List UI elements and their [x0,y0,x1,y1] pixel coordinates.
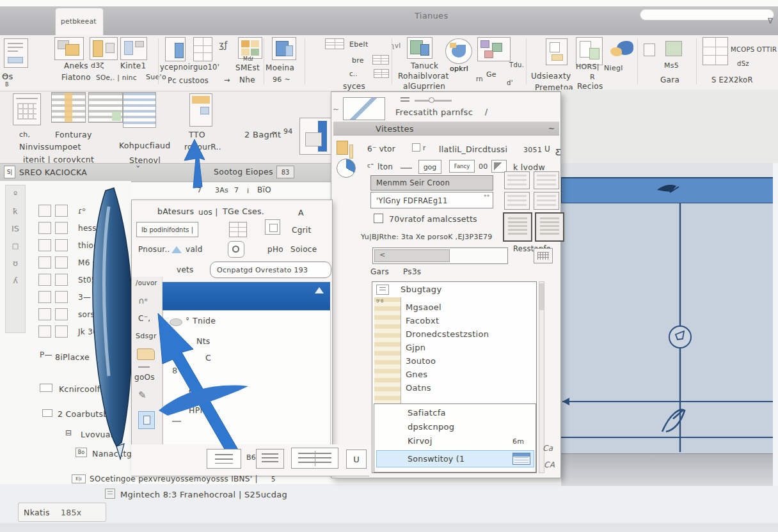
drawing-canvas[interactable] [561,163,778,486]
footer-button-2[interactable] [256,449,284,469]
palette-button-2[interactable] [55,205,68,217]
small-table-icon-3[interactable] [374,69,389,78]
ribbon-g11-l3[interactable]: HORS| [576,63,599,71]
ribbon-g1-label[interactable]: Ɵs [2,72,13,81]
ribbon-g5-l1[interactable]: SMEst [235,63,260,72]
strip-tool-icon[interactable]: ʊ [13,258,18,268]
status-tab[interactable]: Nkatis 185x [18,503,106,522]
orange-grid-icon[interactable] [238,37,262,59]
ribbon-g8-l2[interactable]: Rohaiblvorat [398,72,449,81]
ribbon-g8-l3[interactable]: alGuprrien [403,82,445,91]
ribbon-g7-l2[interactable]: bre [352,56,364,65]
palette-button-2[interactable] [55,274,68,286]
palette-button[interactable] [38,325,51,338]
strip-tool-icon[interactable]: ҟ [13,207,18,216]
mid-btn-podinifodnts[interactable]: Ib podinifodnts | [136,222,198,237]
refresh-icon[interactable] [445,38,472,64]
doc-page-icon[interactable] [165,37,186,61]
preview-table-big-1[interactable] [503,212,532,242]
dropdown-item[interactable]: Mgsaoel [404,302,532,316]
ribbon-g4-glyph[interactable]: ʒƒ [219,40,228,50]
dd2-item-3[interactable]: Kirvoj [408,436,433,446]
ribbon-g8-l1[interactable]: Tanuck [411,61,438,70]
blue-rows-icon[interactable] [123,92,156,128]
dlg-r2-fancy-button[interactable]: Fancy [449,160,475,173]
ribbon-g2-l3[interactable]: d3ζ [91,61,104,70]
ribbon-g5-l2[interactable]: Nhe [239,75,255,84]
ribbon-g2-l4[interactable]: SOe,. | ninc [96,74,137,81]
dlg-r2-label-1[interactable]: lton [377,162,393,171]
filter-icon[interactable]: ∇ [768,17,773,26]
palette-button-2[interactable] [55,239,68,251]
dlg-r1-label-1[interactable]: 6⁻ vtor [367,145,395,153]
dropdown-item[interactable]: 3outoo [404,356,532,370]
footer-button-u[interactable]: U [346,450,367,469]
palette-button[interactable] [38,308,51,320]
ribbon-g10-l4[interactable]: d' [507,79,513,86]
mid-copy-icon[interactable] [265,219,280,235]
ribbon-g7-l4[interactable]: syces [343,82,365,91]
ribbon-g13-l3[interactable]: S E2X2koR [711,75,753,84]
ribbon-g4-caret[interactable]: → [224,76,230,84]
quickbar-badge[interactable]: 83 [276,166,294,178]
ribbon-g11-l1[interactable]: Udsieaxty [531,72,571,81]
document-icon[interactable] [4,38,28,68]
blocks-icon[interactable] [90,37,118,60]
palette-button[interactable] [38,274,51,286]
dropdown-item[interactable]: Gjpn [404,343,532,356]
library-icon[interactable] [546,38,568,65]
dlg-r1-label-2[interactable]: llatliL_Dircdtussi [439,145,507,154]
footer-button-3[interactable] [291,448,338,469]
ribbon-g10-l1[interactable]: Tdu. [509,61,524,68]
dropdown-item[interactable]: Dronedcstestzstion [404,329,532,343]
quickbar-caret[interactable]: ˇ [136,165,141,176]
preview-table-1[interactable] [504,171,530,189]
ribbon-g10-l3[interactable]: rn [476,75,483,82]
mid-circle-icon[interactable] [228,241,244,258]
dlg-r2-gog-button[interactable]: gog [418,160,441,174]
blue-window-icon[interactable] [272,37,296,60]
h-scrollbar[interactable]: < [372,247,508,264]
dropdown-header-label[interactable]: Sbugtagy [401,285,441,294]
dlg-r1-glyph[interactable]: Ƹ [555,147,562,157]
ribbon-g11-l6[interactable]: Niegl [604,64,623,72]
dropdown-item[interactable]: Gnes [404,370,532,383]
ribbon2-l2[interactable]: Ninvissumpoet [19,142,81,152]
table-rows-icon-2[interactable] [88,92,123,123]
dlg-checkbox-label[interactable]: 70vratof amalcssetts [389,214,477,224]
ribbon-g4-l1[interactable]: ycepnoirguo10' [160,63,219,72]
small-table-icon-2[interactable] [372,55,389,65]
palette-button-2[interactable] [55,256,68,269]
palette-button-2[interactable] [55,222,68,234]
mid-side-6-pencil-icon[interactable]: ✎ [138,389,147,401]
strip-tool-icon[interactable]: IS [12,224,19,233]
grid-toggle-button[interactable] [534,248,553,263]
dlg-checkbox[interactable] [374,214,383,223]
h-scroll-left-arrow[interactable]: < [379,251,386,259]
ribbon-g9-label[interactable]: opkrl [450,65,468,73]
small-table-icon[interactable] [325,38,344,49]
ribbon-g13-l1[interactable]: MCOPS OTTIR [731,46,777,53]
shapes-cluster-icon[interactable] [477,37,511,61]
dropdown-selected-row[interactable]: Sonswtitoy (1 [376,450,534,467]
ribbon-g6-l2[interactable]: 96 ~ [273,75,290,84]
ribbon-g3-l2[interactable]: Sue'o [146,73,166,81]
left-check-1[interactable] [40,384,52,392]
ribbon2-l1[interactable]: Fonturay [55,130,92,139]
ribbon-g2-l2[interactable]: Fiatono [61,73,91,82]
green-box-icon[interactable] [665,41,682,56]
palette-button-2[interactable] [55,325,68,338]
ribbon-g2-l1[interactable]: Aneks [64,61,88,70]
dlg-r2-label-2[interactable]: k lvodw [513,162,545,172]
palette-button[interactable] [38,239,51,251]
section-band-tilde[interactable]: ~ [548,124,555,133]
preview-table-2[interactable] [534,171,559,189]
mid-table-icon[interactable] [229,222,247,237]
search-box[interactable] [640,9,774,20]
dlg-r2-diag-icon[interactable] [491,160,507,173]
ribbon-g4-l2[interactable]: Pc custoos [168,76,209,85]
mid-r2-a[interactable]: Pnosur.. [138,245,170,254]
dropdown-item[interactable]: Oatns [404,383,532,396]
ribbon-g6-l1[interactable]: Moeina [266,63,294,72]
left-check-2[interactable] [42,409,52,417]
